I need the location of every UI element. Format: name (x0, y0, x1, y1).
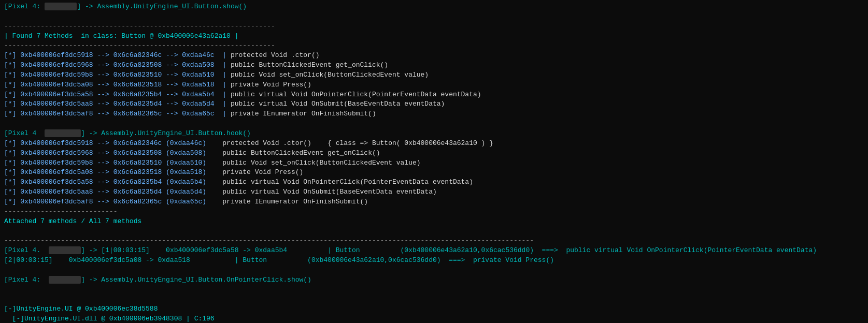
terminal-line (4, 295, 864, 304)
terminal-line (4, 226, 864, 236)
terminal-line: [Pixel 4 ] -> Assembly.UnityEngine_UI.Bu… (4, 129, 864, 139)
terminal-line: [Pixel 4. ] -> [1|00:03:15] 0xb400006ef3… (4, 246, 864, 256)
terminal-line: Attached 7 methods / All 7 methods (4, 217, 864, 227)
terminal-line: ----------------------------------------… (4, 41, 864, 51)
terminal-line: [Pixel 4: ] -> Assembly.UnityEngine_UI.B… (4, 2, 864, 12)
terminal-line: [*] 0xb400006ef3dc59b8 --> 0x6c6a823510 … (4, 158, 864, 168)
terminal-line: [*] 0xb400006ef3dc5a08 --> 0x6c6a823518 … (4, 80, 864, 90)
terminal-line: [*] 0xb400006ef3dc5aa8 --> 0x6c6a8235d4 … (4, 187, 864, 197)
terminal-line: [-]UnityEngine.UI @ 0xb400006ec38d5588 (4, 304, 864, 314)
terminal-line (4, 12, 864, 22)
terminal-line: [-]UnityEngine.UI.dll @ 0xb400006eb39483… (4, 314, 864, 323)
terminal-line: [*] 0xb400006ef3dc5aa8 --> 0x6c6a8235d4 … (4, 99, 864, 109)
terminal-line (4, 266, 864, 275)
terminal-line: [*] 0xb400006ef3dc5918 --> 0x6c6a82346c … (4, 51, 864, 61)
terminal-line: [*] 0xb400006ef3dc5a58 --> 0x6c6a8235b4 … (4, 90, 864, 100)
terminal-content: [Pixel 4: ] -> Assembly.UnityEngine_UI.B… (4, 2, 864, 323)
terminal-line: [*] 0xb400006ef3dc5af8 --> 0x6c6a82365c … (4, 197, 864, 207)
terminal-line: ----------------------------------------… (4, 22, 864, 32)
terminal-window: [Pixel 4: ] -> Assembly.UnityEngine_UI.B… (0, 0, 868, 323)
terminal-line: [*] 0xb400006ef3dc5a08 --> 0x6c6a823518 … (4, 168, 864, 178)
terminal-line: [Pixel 4: ] -> Assembly.UnityEngine_UI.B… (4, 275, 864, 285)
terminal-line: [*] 0xb400006ef3dc5968 --> 0x6c6a823508 … (4, 61, 864, 70)
terminal-line (4, 285, 864, 295)
terminal-line: ---------------------------- (4, 207, 864, 217)
terminal-line: | Found 7 Methods in class: Button @ 0xb… (4, 32, 864, 41)
terminal-line: [*] 0xb400006ef3dc5968 --> 0x6c6a823508 … (4, 149, 864, 158)
terminal-line: ----------------------------------------… (4, 236, 864, 246)
terminal-line: [*] 0xb400006ef3dc5918 --> 0x6c6a82346c … (4, 139, 864, 149)
terminal-line (4, 119, 864, 129)
terminal-line: [*] 0xb400006ef3dc5a58 --> 0x6c6a8235b4 … (4, 178, 864, 187)
terminal-line: [*] 0xb400006ef3dc5af8 --> 0x6c6a82365c … (4, 109, 864, 119)
terminal-line: [*] 0xb400006ef3dc59b8 --> 0x6c6a823510 … (4, 70, 864, 80)
terminal-line: [2|00:03:15] 0xb400006ef3dc5a08 -> 0xdaa… (4, 256, 864, 266)
